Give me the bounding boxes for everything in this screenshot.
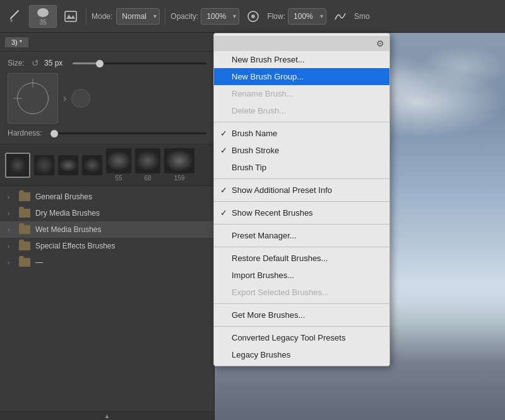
preset-brush-selected[interactable] <box>5 153 30 178</box>
flow-label: Flow: <box>267 12 285 21</box>
chevron-more: › <box>8 259 14 266</box>
menu-item-brush-name[interactable]: ✓ Brush Name <box>214 125 389 142</box>
menu-item-label: Show Additional Preset Info <box>232 185 332 195</box>
menu-item-brush-tip[interactable]: Brush Tip <box>214 159 389 176</box>
size-label: Size: <box>8 59 27 67</box>
menu-item-label: Brush Name <box>232 129 277 138</box>
brush-mode-icon[interactable] <box>61 6 81 26</box>
preset-brush-6[interactable]: 159 <box>164 148 194 182</box>
menu-item-import-brushes[interactable]: Import Brushes... <box>214 267 389 284</box>
group-name-dry: Dry Media Brushes <box>35 209 100 218</box>
brush-group-more[interactable]: › — <box>0 254 214 271</box>
preset-brush-2[interactable] <box>58 155 78 175</box>
opacity-label: Opacity: <box>170 12 198 21</box>
chevron-special: › <box>8 243 14 250</box>
menu-item-label: Show Recent Brushes <box>232 208 313 218</box>
panel-scrollbar[interactable]: ▲ <box>0 411 214 420</box>
menu-item-brush-stroke[interactable]: ✓ Brush Stroke <box>214 142 389 159</box>
folder-more <box>19 258 30 267</box>
brush-panel-tab[interactable]: 3) * <box>5 37 28 47</box>
brush-settings: Size: ↺ 35 px › <box>0 52 214 144</box>
preset-brush-4[interactable]: 55 <box>106 148 131 182</box>
menu-item-label: Export Selected Brushes... <box>232 288 329 297</box>
menu-item-new-brush-preset[interactable]: New Brush Preset... <box>214 51 389 68</box>
hardness-label: Hardness: <box>8 129 45 137</box>
menu-item-label: Brush Tip <box>232 163 266 172</box>
checkmark-brush-stroke: ✓ <box>220 146 227 155</box>
brush-group-general[interactable]: › General Brushes <box>0 189 214 205</box>
menu-divider-1 <box>214 122 389 122</box>
opacity-select[interactable]: 100% <box>201 8 239 25</box>
chevron-wet: › <box>8 226 14 233</box>
preset-number-159: 159 <box>174 175 185 182</box>
menu-item-label: New Brush Group... <box>232 72 304 81</box>
svg-line-0 <box>11 11 18 18</box>
brush-tip-preview <box>71 89 90 108</box>
smoothing-icon[interactable] <box>330 6 350 26</box>
folder-dry <box>19 209 30 218</box>
menu-item-show-recent[interactable]: ✓ Show Recent Brushes <box>214 204 389 221</box>
brush-circle <box>17 83 49 114</box>
preset-brush-5[interactable]: 68 <box>135 148 160 182</box>
preset-brush-3[interactable] <box>82 155 102 175</box>
menu-item-label: Restore Default Brushes... <box>232 254 328 263</box>
brush-tool-icon[interactable] <box>5 6 25 26</box>
scroll-up-arrow: ▲ <box>104 412 110 419</box>
folder-general <box>19 192 30 201</box>
smoothing-label: Smo <box>354 12 370 21</box>
preset-number-68: 68 <box>144 175 151 182</box>
folder-special <box>19 242 30 250</box>
menu-item-label: Rename Brush... <box>232 89 294 98</box>
size-slider[interactable] <box>73 62 206 64</box>
brush-circle-preview <box>8 73 58 124</box>
checkmark-show-recent: ✓ <box>220 208 227 218</box>
menu-item-label: Preset Manager... <box>232 231 297 240</box>
brush-group-wet[interactable]: › Wet Media Brushes <box>0 221 214 238</box>
menu-item-restore-default[interactable]: Restore Default Brushes... <box>214 250 389 267</box>
menu-item-converted-legacy[interactable]: Converted Legacy Tool Presets <box>214 329 389 346</box>
flow-select[interactable]: 100% <box>288 8 326 25</box>
menu-divider-2 <box>214 178 389 179</box>
airbrush-icon[interactable] <box>243 6 263 26</box>
menu-divider-5 <box>214 247 389 247</box>
separator-1 <box>86 8 86 25</box>
brush-groups-list: › General Brushes › Dry Media Brushes › … <box>0 186 214 411</box>
menu-item-export-selected: Export Selected Brushes... <box>214 284 389 301</box>
svg-rect-2 <box>65 11 76 21</box>
menu-item-preset-manager[interactable]: Preset Manager... <box>214 227 389 244</box>
menu-item-get-more[interactable]: Get More Brushes... <box>214 306 389 324</box>
menu-item-delete-brush: Delete Brush... <box>214 102 389 119</box>
brush-size-row: Size: ↺ 35 px <box>8 58 206 68</box>
crosshair-v <box>33 79 33 88</box>
brush-size-number: 35 <box>39 19 46 26</box>
menu-item-label: Converted Legacy Tool Presets <box>232 333 345 342</box>
main-toolbar: 35 Mode: Normal Opacity: 100% Flow: <box>0 0 505 33</box>
checkmark-show-additional: ✓ <box>220 185 227 195</box>
group-name-more: — <box>35 258 43 267</box>
menu-item-legacy-brushes[interactable]: Legacy Brushes <box>214 346 389 363</box>
menu-header: ⚙ <box>214 36 389 51</box>
group-name-general: General Brushes <box>35 192 92 201</box>
opacity-select-wrapper[interactable]: 100% <box>201 8 239 25</box>
menu-divider-4 <box>214 224 389 225</box>
menu-item-new-brush-group[interactable]: New Brush Group... <box>214 68 389 85</box>
mode-select-wrapper[interactable]: Normal <box>116 8 160 25</box>
menu-item-label: Delete Brush... <box>232 106 286 115</box>
menu-item-label: New Brush Preset... <box>232 55 305 64</box>
group-name-special: Special Effects Brushes <box>35 242 116 250</box>
group-name-wet: Wet Media Brushes <box>35 225 102 234</box>
refresh-icon[interactable]: ↺ <box>32 58 39 68</box>
left-panel: 3) * Size: ↺ 35 px <box>0 33 215 420</box>
menu-gear-icon[interactable]: ⚙ <box>376 38 384 49</box>
menu-item-show-additional[interactable]: ✓ Show Additional Preset Info <box>214 182 389 199</box>
menu-item-label: Import Brushes... <box>232 271 294 280</box>
flow-select-wrapper[interactable]: 100% <box>288 8 326 25</box>
hardness-slider[interactable] <box>50 132 206 134</box>
brush-size-selector[interactable]: 35 <box>29 5 57 28</box>
mode-label: Mode: <box>92 12 112 21</box>
brush-group-dry[interactable]: › Dry Media Brushes <box>0 205 214 221</box>
mode-select[interactable]: Normal <box>116 8 160 25</box>
size-value: 35 px <box>44 59 62 67</box>
preset-brush-1[interactable] <box>34 155 54 175</box>
brush-group-special[interactable]: › Special Effects Brushes <box>0 238 214 254</box>
